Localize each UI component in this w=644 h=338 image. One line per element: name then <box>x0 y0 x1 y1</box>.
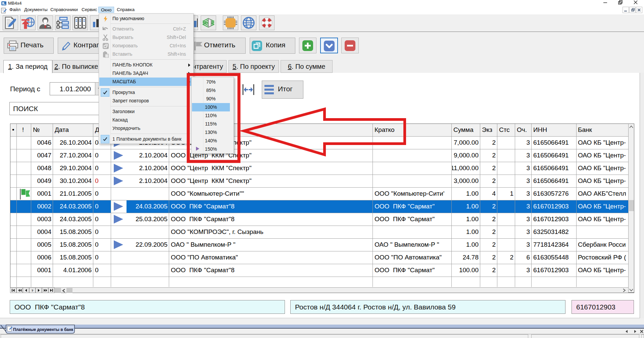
svg-text:Платёжные документы в банк: Платёжные документы в банк <box>13 327 73 332</box>
svg-text:?: ? <box>31 289 33 292</box>
